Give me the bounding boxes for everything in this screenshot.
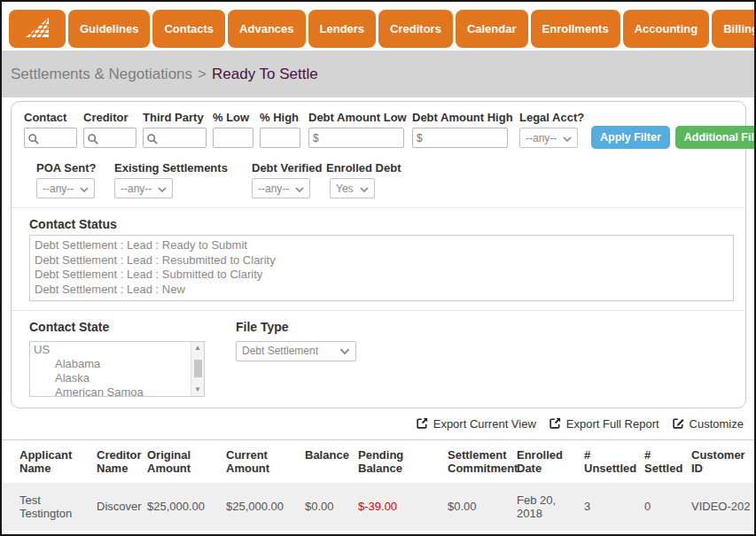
tab-advances[interactable]: Advances xyxy=(228,10,305,48)
page-title: Ready To Settle xyxy=(212,66,318,83)
contact-status-option[interactable]: Debt Settlement : Lead : Submitted to Cl… xyxy=(35,268,729,283)
contact-status-option[interactable]: Debt Settlement : Lead : New xyxy=(35,283,729,298)
tab-guidelines[interactable]: Guidelines xyxy=(68,10,150,48)
debt-amount-high-label: Debt Amount High xyxy=(412,111,515,124)
current-amount-cell: $25,000.00 xyxy=(223,483,302,531)
settled-cell: 0 xyxy=(642,483,689,531)
settled-cell: 0 xyxy=(642,531,689,536)
unsettled-cell: 3 xyxy=(581,483,642,531)
file-type-value: Debt Settlement xyxy=(242,345,318,357)
poa-sent-select[interactable]: --any-- xyxy=(36,178,95,198)
chevron-down-icon xyxy=(158,183,167,195)
section-divider xyxy=(12,207,745,208)
percent-high-input[interactable] xyxy=(260,128,300,148)
legal-acct-label: Legal Acct? xyxy=(519,111,587,124)
col-unsettled: # Unsettled xyxy=(581,439,642,483)
pending-balance-cell: $-39.00 xyxy=(355,483,445,531)
tab-billing[interactable]: Billing xyxy=(712,10,754,48)
existing-settlements-value: --any-- xyxy=(121,183,152,195)
file-type-select[interactable]: Debt Settlement xyxy=(236,341,356,361)
export-current-view-link[interactable]: Export Current View xyxy=(416,416,536,432)
tab-calendar[interactable]: Calendar xyxy=(456,10,528,48)
section-divider xyxy=(12,310,745,311)
debt-amount-low-label: Debt Amount Low xyxy=(308,111,408,124)
contact-status-label: Contact Status xyxy=(29,217,733,231)
file-type-label: File Type xyxy=(236,320,356,334)
scrollbar[interactable]: ▲ ▼ xyxy=(191,342,204,396)
debt-amount-high-input[interactable] xyxy=(412,128,508,148)
contact-status-option[interactable]: Debt Settlement : Lead : Resubmitted to … xyxy=(35,253,729,268)
chevron-down-icon xyxy=(563,132,572,144)
table-row: Test Testington Chase $36,000.00 $36,000… xyxy=(2,531,756,536)
scroll-up-icon[interactable]: ▲ xyxy=(194,344,201,353)
creditor-filter-label: Creditor xyxy=(83,111,138,124)
scrollbar-thumb[interactable] xyxy=(194,360,202,377)
breadcrumb-parent[interactable]: Settlements & Negotiations xyxy=(11,66,192,83)
contact-state-option[interactable]: US xyxy=(34,343,200,357)
third-party-filter-label: Third Party xyxy=(143,111,208,124)
existing-settlements-select[interactable]: --any-- xyxy=(114,178,173,198)
tab-contacts[interactable]: Contacts xyxy=(152,10,225,48)
export-full-report-link[interactable]: Export Full Report xyxy=(549,416,659,432)
debt-amount-low-input[interactable] xyxy=(308,128,404,148)
percent-low-label: % Low xyxy=(213,111,255,124)
col-original-amount: Original Amount xyxy=(144,439,223,483)
applicant-name-cell: Test Testington xyxy=(2,531,94,536)
customer-id-cell: VIDEO-202 xyxy=(689,531,756,536)
chevron-down-icon xyxy=(80,183,89,195)
additional-filters-button[interactable]: Additional Filters xyxy=(675,126,756,149)
original-amount-cell: $25,000.00 xyxy=(144,483,223,531)
fan-logo-icon xyxy=(24,16,51,42)
contact-status-option[interactable]: Debt Settlement : Lead : Ready to Submit xyxy=(35,238,729,253)
home-logo-tab[interactable] xyxy=(9,10,66,48)
contact-filter-label: Contact xyxy=(24,111,79,124)
percent-low-input[interactable] xyxy=(213,128,253,148)
enrolled-debt-select[interactable]: Yes xyxy=(330,178,375,198)
col-applicant-name: Applicant Name xyxy=(2,439,94,483)
col-pending-balance: Pending Balance xyxy=(355,439,445,483)
contact-state-option[interactable]: Alaska xyxy=(34,371,200,385)
creditor-cell: Chase xyxy=(94,531,144,536)
tab-lenders[interactable]: Lenders xyxy=(308,10,377,48)
original-amount-cell: $36,000.00 xyxy=(144,531,223,536)
col-creditor-name: Creditor Name xyxy=(94,439,144,483)
chevron-down-icon xyxy=(339,345,350,357)
settlement-commitment-cell: $0.00 xyxy=(445,531,514,536)
enrolled-debt-label: Enrolled Debt xyxy=(326,161,411,175)
table-header-row: Applicant Name Creditor Name Original Am… xyxy=(2,439,756,483)
customize-link[interactable]: Customize xyxy=(672,416,744,432)
balance-cell: $0.00 xyxy=(302,483,355,531)
settlement-commitment-cell: $0.00 xyxy=(445,483,514,531)
export-icon xyxy=(549,416,562,432)
legal-acct-value: --any-- xyxy=(526,132,557,144)
export-current-view-label: Export Current View xyxy=(433,417,536,431)
tab-creditors[interactable]: Creditors xyxy=(378,10,453,48)
existing-settlements-label: Existing Settlements xyxy=(114,161,252,175)
col-current-amount: Current Amount xyxy=(223,439,302,483)
percent-high-label: % High xyxy=(260,111,304,124)
filter-buttons: Apply Filter Additional Filters xyxy=(591,111,756,149)
tab-enrollments[interactable]: Enrollments xyxy=(531,10,620,48)
contact-state-option[interactable]: Alabama xyxy=(34,357,200,371)
debt-verified-select[interactable]: --any-- xyxy=(252,178,310,198)
table-toolbar: Export Current View Export Full Report C… xyxy=(2,408,754,439)
top-navigation: Guidelines Contacts Advances Lenders Cre… xyxy=(2,2,754,50)
tab-accounting[interactable]: Accounting xyxy=(623,10,710,48)
breadcrumb: Settlements & Negotiations > Ready To Se… xyxy=(2,50,754,97)
creditor-search-field xyxy=(83,129,136,144)
customer-id-cell: VIDEO-202 xyxy=(689,483,756,531)
scroll-down-icon[interactable]: ▼ xyxy=(194,385,201,394)
legal-acct-select[interactable]: --any-- xyxy=(519,128,578,148)
edit-pencil-icon xyxy=(672,416,685,432)
apply-filter-button[interactable]: Apply Filter xyxy=(591,126,670,149)
filter-panel: Contact Creditor Third Party xyxy=(11,101,746,408)
poa-sent-label: POA Sent? xyxy=(36,161,114,175)
export-full-report-label: Export Full Report xyxy=(566,417,659,431)
creditor-cell: Discover xyxy=(94,483,144,531)
current-amount-cell: $36,000.00 xyxy=(223,531,302,536)
enrolled-debt-value: Yes xyxy=(336,183,354,195)
contact-state-listbox: US Alabama Alaska American Samoa ▲ ▼ xyxy=(29,341,205,397)
enrolled-date-cell: Feb 20, 2018 xyxy=(514,531,581,536)
col-enrolled-date: Enrolled Date xyxy=(514,439,581,483)
contact-state-option[interactable]: American Samoa xyxy=(34,385,200,396)
